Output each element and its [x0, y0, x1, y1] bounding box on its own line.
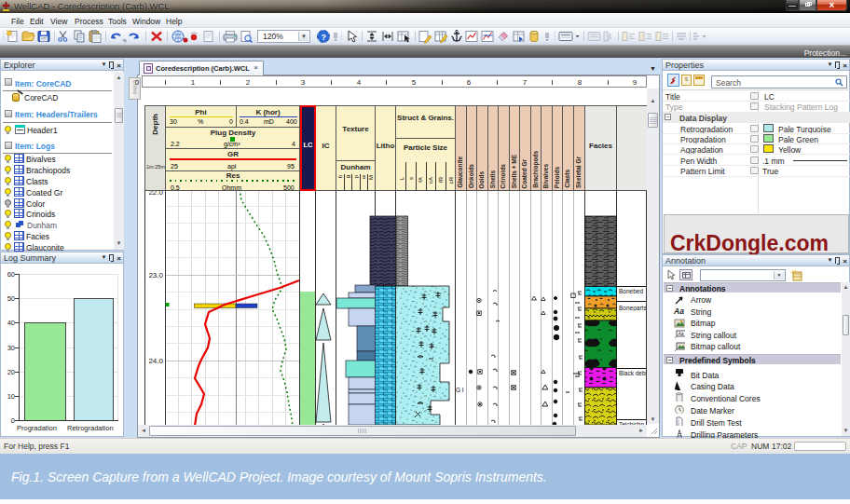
svg-text:G I: G I — [456, 387, 464, 393]
svg-text:?: ? — [322, 33, 327, 42]
svg-text:Aa: Aa — [678, 331, 684, 336]
